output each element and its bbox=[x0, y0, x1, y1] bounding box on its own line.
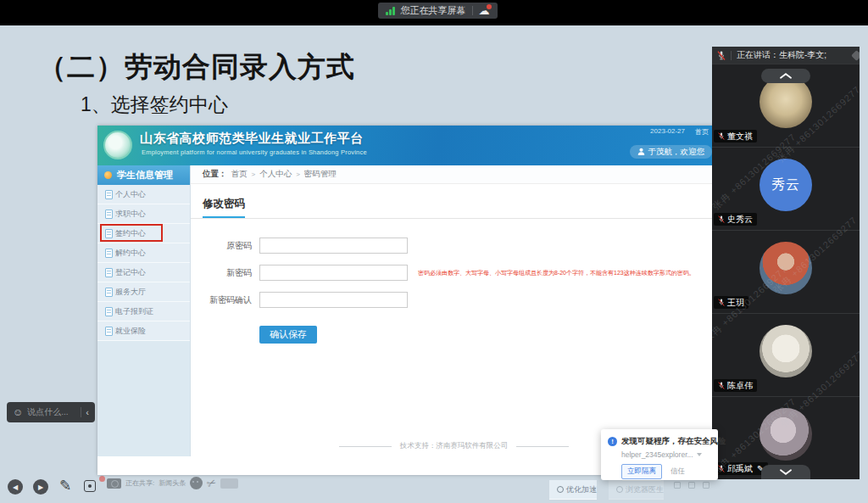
signal-bars-icon bbox=[386, 7, 395, 15]
chevron-down-icon[interactable] bbox=[697, 453, 702, 456]
divider bbox=[81, 407, 81, 417]
participant-name-tag: 王玥 bbox=[714, 296, 748, 309]
next-slide-button[interactable]: ▶ bbox=[33, 479, 48, 495]
sidebar-item-label: 个人中心 bbox=[115, 189, 146, 200]
accelerate-button[interactable]: 优化加速 bbox=[549, 480, 597, 500]
confirm-save-button[interactable]: 确认保存 bbox=[259, 326, 317, 344]
sidebar-item-employment-insurance[interactable]: 就业保险 bbox=[97, 321, 190, 341]
sharing-status-label: 正在共享: bbox=[125, 478, 154, 488]
chat-quick-bar[interactable]: ☺ 说点什么... ‹ bbox=[7, 402, 95, 422]
breadcrumb-home[interactable]: 首页 bbox=[231, 169, 248, 180]
breadcrumb-personal-center[interactable]: 个人中心 bbox=[259, 169, 292, 180]
participant-tile[interactable]: 王玥 bbox=[712, 230, 860, 313]
password-rule-hint: 密码必须由数字、大写字母、小写字母组成且长度为8-20个字符，不能含有123这种… bbox=[418, 269, 695, 277]
participant-name: 王玥 bbox=[727, 297, 744, 309]
new-password-label: 新密码 bbox=[203, 267, 252, 279]
portal-content: 位置： 首页 > 个人中心 > 密码管理 修改密码 原密码 新密码 密码必须由数… bbox=[191, 165, 717, 456]
mic-muted-icon bbox=[718, 381, 725, 390]
statusbar-misc-icons[interactable] bbox=[674, 482, 709, 489]
sidebar-item-e-certificate[interactable]: 电子报到证 bbox=[97, 302, 190, 321]
document-icon bbox=[105, 268, 113, 277]
mic-muted-icon bbox=[718, 131, 725, 141]
next-arrow-icon: ▶ bbox=[38, 483, 43, 491]
sidebar-item-label: 解约中心 bbox=[115, 248, 146, 259]
rocket-icon bbox=[557, 486, 564, 493]
browser-doctor-label: 浏览器医生 bbox=[626, 484, 664, 495]
divider bbox=[339, 446, 392, 447]
sidebar-item-signing-center[interactable]: 签约中心 bbox=[97, 224, 190, 243]
recording-dot bbox=[99, 476, 105, 482]
document-icon bbox=[105, 190, 113, 199]
sidebar-item-label: 电子报到证 bbox=[115, 306, 153, 317]
breadcrumb-separator: > bbox=[296, 170, 300, 178]
scroll-up-button[interactable] bbox=[761, 69, 810, 83]
emoji-face-icon[interactable] bbox=[190, 477, 203, 489]
participant-tiles: 董文祺 秀云 史秀云 王玥 bbox=[712, 64, 860, 479]
slide-subtitle: 1、选择签约中心 bbox=[81, 92, 228, 118]
sidebar-item-label: 求职中心 bbox=[115, 209, 146, 220]
prev-arrow-icon: ◀ bbox=[13, 483, 18, 491]
participant-name-tag: 陈卓伟 bbox=[714, 379, 757, 392]
tab-change-password[interactable]: 修改密码 bbox=[203, 197, 245, 218]
avatar-initials: 秀云 bbox=[771, 176, 800, 194]
sidebar-header-icon bbox=[104, 171, 112, 179]
document-icon bbox=[105, 249, 113, 258]
previous-slide-button[interactable]: ◀ bbox=[8, 479, 23, 495]
shield-icon bbox=[616, 486, 623, 493]
chevron-up-icon bbox=[778, 72, 793, 80]
sidebar-item-label: 服务大厅 bbox=[115, 287, 146, 298]
camera-icon[interactable] bbox=[107, 478, 121, 489]
new-password-input[interactable] bbox=[259, 265, 408, 281]
participant-name-tag: 史秀云 bbox=[714, 213, 757, 226]
confirm-password-input[interactable] bbox=[259, 292, 408, 308]
sidebar-item-registration-center[interactable]: 登记中心 bbox=[97, 263, 190, 282]
participant-tile[interactable]: 秀云 史秀云 bbox=[712, 147, 860, 230]
browser-statusbar: 优化加速 浏览器医生 bbox=[549, 480, 664, 500]
popup-detail-text: helper_2345explorer... bbox=[621, 450, 693, 459]
quarantine-button[interactable]: 立即隔离 bbox=[621, 464, 662, 479]
portal-welcome-chip[interactable]: 于茂航，欢迎您 bbox=[630, 145, 713, 159]
chat-input-placeholder[interactable]: 说点什么... bbox=[27, 406, 76, 418]
scissors-icon[interactable]: ✂ bbox=[205, 475, 219, 490]
breadcrumb-password-mgmt[interactable]: 密码管理 bbox=[304, 169, 337, 180]
password-form: 原密码 新密码 密码必须由数字、大写字母、小写字母组成且长度为8-20个字符，不… bbox=[191, 219, 717, 344]
scroll-down-button[interactable] bbox=[761, 465, 810, 479]
sidebar-item-personal-center[interactable]: 个人中心 bbox=[97, 185, 190, 204]
participant-name-tag: 邱禹斌 ✎ bbox=[714, 462, 768, 475]
collapse-chevron-icon[interactable]: ‹ bbox=[86, 407, 89, 417]
info-icon: ! bbox=[608, 437, 617, 446]
document-icon bbox=[105, 327, 113, 336]
emoji-icon[interactable]: ☺ bbox=[13, 407, 23, 417]
portal-footer-text: 技术支持：济南赛玛软件有限公司 bbox=[400, 441, 509, 451]
document-icon bbox=[105, 307, 113, 316]
sidebar-item-label: 登记中心 bbox=[115, 267, 146, 278]
sidebar-header: 学生信息管理 bbox=[97, 165, 190, 185]
stop-share-cloud-icon[interactable]: ☁ bbox=[479, 5, 490, 16]
sidebar-header-label: 学生信息管理 bbox=[117, 169, 173, 182]
laser-pointer-button[interactable] bbox=[84, 480, 96, 492]
sidebar-item-service-hall[interactable]: 服务大厅 bbox=[97, 282, 190, 302]
stop-share-button[interactable] bbox=[220, 478, 238, 489]
sidebar-item-termination-center[interactable]: 解约中心 bbox=[97, 243, 190, 263]
accelerate-label: 优化加速 bbox=[566, 484, 597, 495]
old-password-input[interactable] bbox=[259, 238, 408, 254]
divider bbox=[516, 446, 569, 447]
browser-doctor-button[interactable]: 浏览器医生 bbox=[609, 480, 664, 500]
breadcrumb-separator: > bbox=[252, 170, 256, 178]
confirm-password-label: 新密码确认 bbox=[203, 294, 252, 306]
mic-muted-icon bbox=[718, 215, 725, 224]
participant-name: 史秀云 bbox=[727, 214, 753, 226]
sidebar-item-job-center[interactable]: 求职中心 bbox=[97, 204, 190, 224]
annotate-pencil-button[interactable]: ✎ bbox=[59, 477, 71, 495]
breadcrumb: 位置： 首页 > 个人中心 > 密码管理 bbox=[191, 165, 717, 184]
sidebar-item-label: 就业保险 bbox=[115, 326, 146, 337]
participant-tile[interactable]: 陈卓伟 bbox=[712, 313, 860, 396]
trust-button[interactable]: 信任 bbox=[670, 467, 685, 477]
portal-home-link[interactable]: 首页 bbox=[695, 127, 709, 137]
participant-name: 邱禹斌 bbox=[727, 463, 753, 475]
document-icon bbox=[105, 229, 113, 238]
breadcrumb-prefix: 位置： bbox=[203, 169, 227, 180]
divider bbox=[731, 51, 732, 60]
portal-header: 山东省高校师范类毕业生就业工作平台 Employment platform fo… bbox=[97, 126, 717, 165]
portal-welcome-text: 于茂航，欢迎您 bbox=[648, 147, 705, 158]
